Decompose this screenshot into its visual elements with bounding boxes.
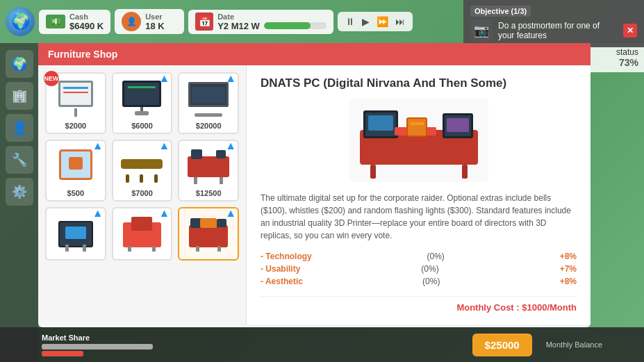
item-price: $6000 <box>131 122 153 130</box>
date-progress <box>264 22 327 29</box>
cash-value: $6490 K <box>69 21 104 31</box>
objective-text: Do a postmortem for one of your features <box>498 21 618 40</box>
stat-row-aesthetic: - Aesthetic (0%) +8% <box>261 277 577 286</box>
calendar-icon: 📅 <box>195 13 213 31</box>
market-bars <box>42 344 153 356</box>
item-image <box>117 213 166 254</box>
list-item[interactable]: ▲ $6000 <box>112 72 173 134</box>
item-price: $20000 <box>196 122 222 130</box>
monthly-cost: Monthly Cost : $1000/Month <box>261 296 577 313</box>
cash-box: 💵 Cash $6490 K <box>39 10 110 34</box>
date-value: Y2 M12 W <box>217 21 260 31</box>
item-grid: NEW $2000 ▲ <box>38 65 247 324</box>
user-value: 18 K <box>145 21 164 31</box>
stat-name-technology: - Technology <box>261 252 312 261</box>
item-image <box>184 78 233 120</box>
media-controls: ⏸ ▶ ⏩ ⏭ <box>338 12 413 31</box>
detail-image <box>349 99 488 182</box>
cash-icon: 💵 <box>46 15 65 28</box>
detail-title: DNATS PC (Digital Nirvana And Then Some) <box>261 76 577 90</box>
shop-body: NEW $2000 ▲ <box>38 65 591 324</box>
detail-description: The ultimate digital set up for the corp… <box>261 192 577 242</box>
list-item[interactable]: ▲ $7000 <box>112 140 173 201</box>
user-icon: 👤 <box>122 12 141 31</box>
cash-label: Cash <box>69 13 104 21</box>
stat-gain-technology: +8% <box>560 252 577 261</box>
objective-badge: Objective (1/3) <box>470 6 531 17</box>
detail-panel: DNATS PC (Digital Nirvana And Then Some) <box>247 65 591 324</box>
stat-pct-technology: (0%) <box>427 252 445 261</box>
stat-rows: - Technology (0%) +8% - Usability (0%) +… <box>261 252 577 286</box>
objective-panel: Objective (1/3) 📷 Do a postmortem for on… <box>463 0 644 47</box>
shop-header: Furniture Shop <box>38 43 591 65</box>
item-image <box>117 145 166 187</box>
list-item[interactable]: ▲ <box>112 207 173 261</box>
item-price: $2000 <box>65 122 87 130</box>
pause-button[interactable]: ⏸ <box>343 15 357 28</box>
item-image <box>51 145 100 187</box>
user-label: User <box>145 13 164 21</box>
buy-button[interactable]: $25000 <box>472 334 532 356</box>
list-item[interactable]: NEW $2000 <box>45 72 106 134</box>
item-image <box>51 78 100 120</box>
list-item[interactable]: ▲ <box>178 207 239 261</box>
globe-icon[interactable]: 🌍 <box>6 7 35 36</box>
objective-close-button[interactable]: ✕ <box>623 24 637 38</box>
stat-gain-usability: +7% <box>560 264 577 274</box>
sidebar-item-person[interactable]: 👤 <box>6 114 33 142</box>
item-price: $12500 <box>196 189 222 197</box>
list-item[interactable]: ▲ $12500 <box>178 140 239 201</box>
item-image <box>184 145 233 187</box>
item-image <box>117 78 166 120</box>
sidebar-item-globe[interactable]: 🌍 <box>6 50 33 78</box>
furniture-shop-modal: Furniture Shop NEW $2000 <box>38 43 591 327</box>
stat-name-usability: - Usability <box>261 264 300 274</box>
user-box: 👤 User 18 K <box>115 9 184 34</box>
objective-icon: 📷 <box>470 19 493 42</box>
stat-gain-aesthetic: +8% <box>560 277 577 286</box>
market-bar-secondary <box>42 351 83 356</box>
item-image <box>184 213 233 254</box>
stat-pct-aesthetic: (0%) <box>422 277 440 286</box>
stat-pct-usability: (0%) <box>421 264 438 274</box>
sidebar-item-tools[interactable]: 🔧 <box>6 146 33 174</box>
shop-title: Furniture Shop <box>48 49 117 60</box>
stat-row-usability: - Usability (0%) +7% <box>261 264 577 274</box>
date-label: Date <box>217 13 327 21</box>
fast-button[interactable]: ⏩ <box>374 15 390 28</box>
stat-name-aesthetic: - Aesthetic <box>261 277 303 286</box>
sidebar-left: 🌍 🏢 👤 🔧 ⚙️ <box>0 43 38 362</box>
stat-row-technology: - Technology (0%) +8% <box>261 252 577 261</box>
item-image <box>51 213 100 254</box>
list-item[interactable]: ▲ $500 <box>45 140 106 201</box>
list-item[interactable]: ▲ <box>45 207 106 261</box>
bottom-bar: Market Share $25000 Monthly Balance <box>0 327 644 362</box>
play-button[interactable]: ▶ <box>360 15 372 28</box>
sidebar-item-gear[interactable]: ⚙️ <box>6 178 33 206</box>
item-price: $500 <box>67 189 84 197</box>
monthly-balance-label: Monthly Balance <box>546 340 602 349</box>
market-share-label: Market Share <box>42 334 153 342</box>
item-price: $7000 <box>131 189 153 197</box>
sidebar-item-building[interactable]: 🏢 <box>6 82 33 110</box>
list-item[interactable]: ▲ $20000 <box>178 72 239 134</box>
date-box: 📅 Date Y2 M12 W <box>188 10 333 34</box>
market-share-section: Market Share <box>42 334 153 356</box>
faster-button[interactable]: ⏭ <box>393 15 407 28</box>
market-bar-primary <box>42 344 153 349</box>
